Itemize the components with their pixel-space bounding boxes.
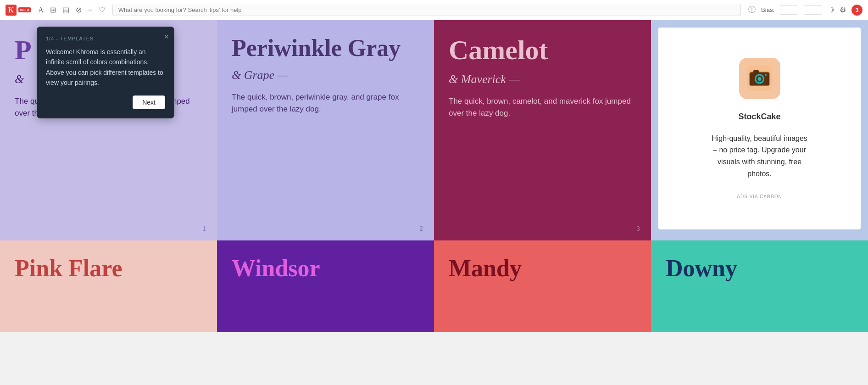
card-6-title: Windsor [232, 255, 419, 281]
tooltip-close-button[interactable]: × [164, 32, 169, 42]
dark-mode-icon[interactable]: ☽ [828, 6, 834, 14]
color-card-6[interactable]: Windsor [217, 240, 434, 332]
settings-icon[interactable]: ⚙ [840, 6, 846, 14]
card-1-number: 1 [202, 225, 206, 232]
list-icon[interactable]: ≡ [88, 6, 92, 14]
search-input[interactable] [112, 4, 741, 16]
tooltip-popup: 1/4 - TEMPLATES × Welcome! Khroma is ess… [37, 27, 174, 118]
ad-description: High-quality, beautiful images – no pric… [709, 133, 810, 179]
card-2-title: Periwinkle Gray [232, 35, 419, 61]
ad-content[interactable]: StockCake High-quality, beautiful images… [658, 28, 861, 229]
svg-rect-4 [753, 70, 759, 73]
avatar[interactable]: 3 [851, 5, 862, 16]
navbar: K BETA A ⊞ ▤ ⊘ ≡ ♡ ⓘ Bias: 50 50 ☽ ⚙ 3 [0, 0, 868, 20]
card-8-title: Downy [666, 255, 853, 281]
color-card-2[interactable]: Periwinkle Gray & Grape — The quick, bro… [217, 20, 434, 240]
color-card-8[interactable]: Downy [651, 240, 868, 332]
svg-point-3 [758, 77, 762, 81]
bias-label: Bias: [761, 6, 774, 13]
tooltip-next-button[interactable]: Next [133, 95, 165, 109]
card-2-body: The quick, brown, periwinkle gray, and g… [232, 91, 419, 115]
tooltip-body: Welcome! Khroma is essentially an infini… [46, 47, 165, 88]
type-icon[interactable]: A [38, 6, 44, 14]
tooltip-step: 1/4 - TEMPLATES [46, 36, 165, 41]
heart-icon[interactable]: ♡ [99, 6, 105, 14]
beta-badge: BETA [18, 7, 31, 12]
logo-k: K [6, 5, 17, 16]
nav-right-controls: ⓘ Bias: 50 50 ☽ ⚙ 3 [748, 5, 862, 16]
bias-input-2[interactable]: 50 [804, 5, 822, 15]
info-icon[interactable]: ⓘ [748, 5, 756, 15]
card-3-number: 3 [636, 225, 640, 232]
svg-point-5 [765, 74, 767, 76]
image-icon[interactable]: ▤ [62, 6, 69, 14]
card-5-title: Pink Flare [15, 255, 202, 281]
card-7-title: Mandy [449, 255, 636, 281]
card-2-number: 2 [419, 225, 423, 232]
card-2-subtitle: & Grape — [232, 68, 419, 82]
color-card-7[interactable]: Mandy [434, 240, 651, 332]
logo[interactable]: K BETA [6, 5, 31, 16]
color-card-5[interactable]: Pink Flare [0, 240, 217, 332]
ad-via-label: ADS VIA CARBON [737, 194, 782, 199]
color-card-ad: StockCake High-quality, beautiful images… [651, 20, 868, 240]
nav-tool-icons: A ⊞ ▤ ⊘ ≡ ♡ [38, 6, 105, 14]
color-card-3[interactable]: Camelot & Maverick — The quick, brown, c… [434, 20, 651, 240]
camera-icon [747, 66, 772, 91]
layout-icon[interactable]: ⊞ [50, 6, 56, 14]
ad-brand-name: StockCake [738, 112, 780, 122]
card-3-subtitle: & Maverick — [449, 73, 636, 86]
card-3-title: Camelot [449, 35, 636, 65]
gradient-icon[interactable]: ⊘ [76, 6, 82, 14]
card-3-body: The quick, brown, camelot, and maverick … [449, 95, 636, 119]
ad-logo-image [739, 58, 780, 99]
bias-input-1[interactable]: 50 [780, 5, 798, 15]
